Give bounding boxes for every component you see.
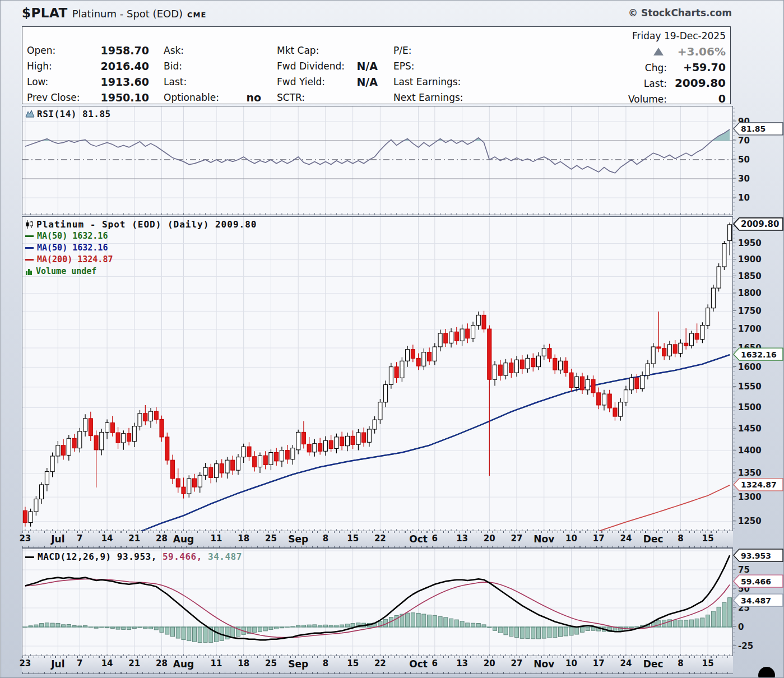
x-axis-label: 13 bbox=[456, 533, 468, 544]
svg-text:1750: 1750 bbox=[738, 306, 762, 316]
x-axis-label: Jul bbox=[51, 533, 64, 545]
x-axis-label: 6 bbox=[432, 533, 438, 544]
x-axis-label: 17 bbox=[593, 658, 605, 668]
rsi-legend: RSI(14) 81.85 bbox=[25, 109, 111, 119]
x-axis-label: 7 bbox=[77, 658, 82, 668]
x-axis-label: Nov bbox=[534, 533, 554, 545]
ticker-name: Platinum - Spot (EOD) bbox=[72, 8, 183, 20]
volume-icon bbox=[25, 267, 34, 275]
svg-text:1400: 1400 bbox=[738, 445, 762, 456]
svg-text:1700: 1700 bbox=[738, 324, 762, 334]
volume-value: 0 bbox=[667, 91, 726, 106]
macd-hist-value: 34.487 bbox=[202, 551, 242, 562]
titlebar: $PLATPlatinum - Spot (EOD)CME bbox=[22, 6, 206, 20]
x-axis-label: 24 bbox=[620, 533, 632, 544]
svg-text:1500: 1500 bbox=[738, 402, 762, 412]
bid-label: Bid: bbox=[164, 61, 226, 72]
x-axis-label: 21 bbox=[128, 658, 140, 668]
macd-swatch bbox=[25, 556, 34, 558]
x-axis-label: Sep bbox=[288, 658, 308, 670]
svg-text:-25: -25 bbox=[738, 641, 753, 651]
x-axis-label: 11 bbox=[211, 533, 222, 544]
ma200-line bbox=[572, 485, 730, 531]
x-axis-label: Jul bbox=[51, 658, 64, 670]
x-axis-label: 18 bbox=[238, 533, 249, 544]
svg-text:10: 10 bbox=[738, 193, 750, 203]
svg-text:1900: 1900 bbox=[738, 254, 762, 264]
x-axis-label: 18 bbox=[238, 658, 249, 668]
svg-text:1300: 1300 bbox=[738, 492, 762, 502]
x-axis-label: 8 bbox=[678, 533, 683, 544]
fwd-dividend-value: N/A bbox=[351, 60, 378, 72]
x-axis-label: Dec bbox=[643, 533, 664, 545]
x-axis-label: Oct bbox=[409, 533, 428, 545]
x-axis-label: 20 bbox=[484, 533, 495, 544]
ma200-label: MA(200) 1324.87 bbox=[37, 254, 113, 264]
axis-minor-ticks bbox=[733, 219, 735, 528]
x-axis-label: 10 bbox=[565, 533, 577, 544]
x-axis-label: Sep bbox=[288, 533, 308, 545]
macd-histogram bbox=[23, 598, 731, 643]
vertical-gridlines bbox=[25, 106, 708, 215]
eps-label: EPS: bbox=[393, 61, 494, 72]
macd-axis: 7550250-2593.95359.46634.487 bbox=[733, 548, 784, 656]
svg-text:2009.80: 2009.80 bbox=[741, 219, 779, 229]
fwd-dividend-label: Fwd Dividend: bbox=[277, 61, 351, 72]
open-label: Open: bbox=[27, 45, 93, 56]
x-axis-label: 15 bbox=[702, 658, 714, 668]
volume-label: Volume: bbox=[628, 94, 667, 105]
macd-legend: MACD(12,26,9) 93.953, 59.466, 34.487 bbox=[25, 551, 242, 562]
svg-text:1450: 1450 bbox=[738, 424, 762, 434]
svg-text:70: 70 bbox=[738, 136, 750, 146]
price-legend-title: Platinum - Spot (EOD) (Daily) 2009.80 bbox=[36, 219, 257, 230]
x-axis-label: 15 bbox=[347, 658, 359, 668]
ma50-green-swatch bbox=[25, 235, 34, 237]
high-label: High: bbox=[27, 61, 93, 72]
svg-text:0: 0 bbox=[738, 622, 744, 632]
x-axis-label: Nov bbox=[534, 658, 554, 670]
x-axis-label: 14 bbox=[101, 658, 113, 668]
macd-panel bbox=[22, 548, 733, 656]
x-axis-label: 25 bbox=[265, 658, 277, 668]
corner-dot bbox=[758, 667, 775, 678]
last-earnings-label: Last Earnings: bbox=[393, 76, 494, 87]
rsi-icon bbox=[25, 109, 35, 118]
sctr-label: SCTR: bbox=[277, 92, 351, 103]
candlestick-icon bbox=[25, 220, 34, 229]
chg-label: Chg: bbox=[645, 62, 667, 73]
stockcharts-logo[interactable]: © StockCharts.com bbox=[628, 7, 732, 18]
ma50-green-label: MA(50) 1632.16 bbox=[37, 231, 108, 241]
svg-text:75: 75 bbox=[738, 565, 750, 575]
x-axis-label: Dec bbox=[643, 658, 664, 670]
macd-legend-prefix: MACD(12,26,9) bbox=[38, 551, 117, 562]
fwd-yield-label: Fwd Yield: bbox=[277, 76, 351, 87]
x-axis-label: Aug bbox=[173, 658, 194, 670]
x-axis-label: 8 bbox=[323, 533, 328, 544]
ma50-blue-swatch bbox=[25, 247, 34, 249]
x-axis-strip-top: 23Jul7142128Aug111825Sep81522Oct6132027N… bbox=[22, 531, 733, 548]
tick-row bbox=[22, 531, 732, 533]
x-axis-label: 27 bbox=[511, 533, 523, 544]
x-axis-strip-bottom: 23Jul7142128Aug111825Sep81522Oct6132027N… bbox=[22, 656, 733, 674]
x-axis-label: 10 bbox=[565, 658, 577, 668]
low-value: 1913.60 bbox=[93, 76, 149, 88]
macd-value: 93.953, bbox=[117, 551, 157, 562]
x-axis-label: 14 bbox=[101, 533, 113, 544]
x-axis-label: Oct bbox=[409, 658, 428, 670]
volume-legend-label: Volume undef bbox=[36, 266, 96, 276]
macd-plot bbox=[22, 549, 732, 656]
next-earnings-label: Next Earnings: bbox=[393, 92, 494, 103]
svg-text:50: 50 bbox=[738, 155, 750, 165]
svg-text:1324.87: 1324.87 bbox=[741, 480, 777, 489]
chart-window: $PLATPlatinum - Spot (EOD)CME © StockCha… bbox=[0, 0, 784, 678]
ticker-symbol: $PLAT bbox=[22, 6, 68, 20]
optionable-label: Optionable: bbox=[164, 92, 226, 103]
optionable-value: no bbox=[226, 91, 261, 104]
x-axis-label: Aug bbox=[173, 533, 194, 545]
tick-row bbox=[22, 656, 732, 658]
svg-text:59.466: 59.466 bbox=[741, 577, 771, 586]
x-axis-label: 28 bbox=[156, 658, 168, 668]
x-axis-label: 24 bbox=[620, 658, 632, 668]
quote-date: Friday 19-Dec-2025 bbox=[569, 29, 726, 44]
ask-label: Ask: bbox=[164, 45, 226, 56]
